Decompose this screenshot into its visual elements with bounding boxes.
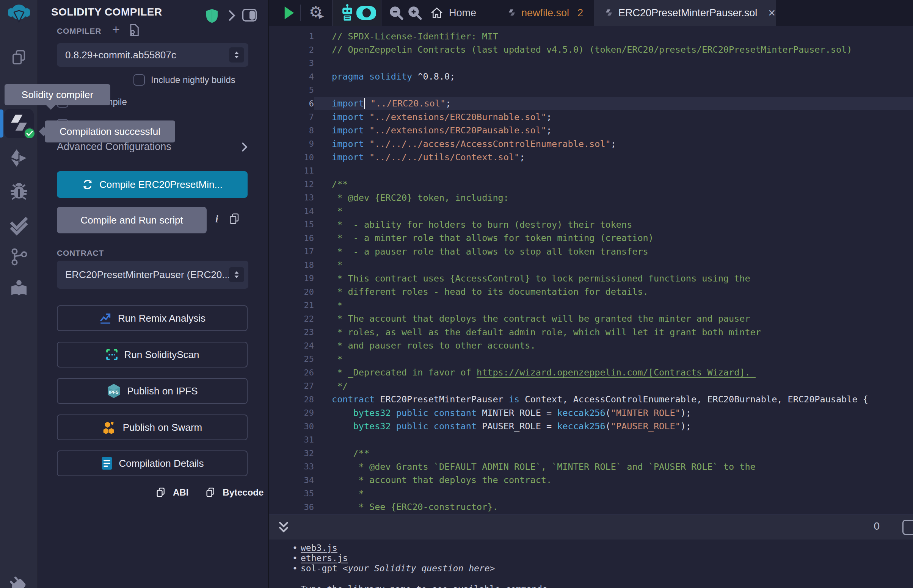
line-number: 22 [269, 314, 314, 323]
code-line[interactable]: 14 * [269, 205, 913, 218]
info-icon[interactable]: i [215, 213, 219, 225]
terminal-line-library: •web3.js [269, 543, 913, 553]
compiler-version-select[interactable]: 0.8.29+commit.ab55807c [57, 43, 248, 67]
run-script-play-icon[interactable] [283, 6, 295, 20]
code-line[interactable]: 24 * and pauser roles to other accounts. [269, 339, 913, 353]
terminal-checkbox-cutoff[interactable] [902, 520, 913, 535]
copy-bytecode-icon[interactable] [205, 486, 216, 499]
tab-newfile[interactable]: newfile.sol 2 [508, 0, 583, 26]
collapse-terminal-icon[interactable] [277, 519, 290, 535]
code-line[interactable]: 34 * account that deploys the contract. [269, 473, 913, 487]
code-line[interactable]: 22 * The account that deploys the contra… [269, 312, 913, 326]
code-line[interactable]: 10import "../../../utils/Context.sol"; [269, 151, 913, 165]
code-line[interactable]: 35 * [269, 487, 913, 501]
solidityscan-icon [105, 348, 118, 361]
code-line[interactable]: 11 [269, 164, 913, 178]
analysis-chart-icon [99, 312, 112, 325]
zoom-in-icon[interactable] [407, 5, 423, 21]
contract-select-value: ERC20PresetMinterPauser (ERC20... [57, 269, 248, 281]
tab-home[interactable]: Home [430, 0, 476, 26]
line-number: 23 [269, 327, 314, 337]
compiler-section-label: COMPILER [57, 26, 101, 36]
shield-icon[interactable] [205, 8, 219, 24]
add-custom-compiler-icon[interactable]: + [112, 22, 120, 37]
code-line[interactable]: 26 * _Deprecated in favor of https://wiz… [269, 366, 913, 380]
code-line[interactable]: 32 /** [269, 447, 913, 460]
code-line[interactable]: 12/** [269, 178, 913, 191]
remixai-robot-icon[interactable] [339, 4, 355, 22]
copy-abi-icon[interactable] [155, 486, 166, 499]
abi-label[interactable]: ABI [173, 487, 188, 498]
git-icon[interactable] [0, 247, 38, 266]
zoom-out-icon[interactable] [389, 5, 404, 21]
code-line[interactable]: 36 * See {ERC20-constructor}. [269, 501, 913, 514]
publish-on-swarm-button[interactable]: Publish on Swarm [57, 415, 248, 440]
file-explorer-icon[interactable] [0, 48, 38, 66]
compile-button-label: Compile ERC20PresetMin... [99, 179, 223, 191]
code-line[interactable]: 9import "../../../access/AccessControlEn… [269, 137, 913, 151]
code-line[interactable]: 18 * [269, 258, 913, 272]
library-link[interactable]: ethers.js [301, 553, 348, 563]
code-line[interactable]: 27 */ [269, 379, 913, 393]
code-line[interactable]: 1// SPDX-License-Identifier: MIT [269, 29, 913, 43]
code-line[interactable]: 4pragma solidity ^0.8.0; [269, 70, 913, 84]
line-number: 25 [269, 354, 314, 364]
line-number: 13 [269, 193, 314, 202]
code-line[interactable]: 30 bytes32 public constant PAUSER_ROLE =… [269, 420, 913, 433]
learneth-icon[interactable] [0, 279, 38, 299]
copilot-toggle-icon[interactable] [356, 6, 376, 20]
terminal-output[interactable]: •web3.js•ethers.js • sol-gpt <your Solid… [269, 540, 913, 588]
compilation-details-button[interactable]: Compilation Details [57, 451, 248, 476]
code-line[interactable]: 20 * different roles - head to its docum… [269, 285, 913, 299]
code-content: 1// SPDX-License-Identifier: MIT2// Open… [269, 29, 913, 514]
code-line[interactable]: 28contract ERC20PresetMinterPauser is Co… [269, 393, 913, 407]
code-line[interactable]: 16 * - a minter role that allows for tok… [269, 231, 913, 245]
unit-testing-icon[interactable] [0, 216, 38, 236]
code-line[interactable]: 7import "../extensions/ERC20Burnable.sol… [269, 110, 913, 124]
code-line[interactable]: 2// OpenZeppelin Contracts (last updated… [269, 43, 913, 57]
compile-and-run-button[interactable]: Compile and Run script [57, 207, 207, 233]
line-number: 33 [269, 462, 314, 471]
deploy-and-run-icon[interactable] [0, 148, 38, 168]
publish-on-ipfs-button[interactable]: IPFS Publish on IPFS [57, 378, 248, 404]
code-line[interactable]: 21 * [269, 299, 913, 312]
bytecode-label[interactable]: Bytecode [223, 487, 264, 498]
compiler-license-icon[interactable] [128, 24, 139, 36]
tab-erc20presetminterpauser[interactable]: ERC20PresetMinterPauser.sol ✕ [594, 0, 776, 26]
code-line[interactable]: 6import "../ERC20.sol"; [269, 97, 913, 111]
tab-close-icon[interactable]: ✕ [768, 8, 776, 19]
contract-select[interactable]: ERC20PresetMinterPauser (ERC20... [57, 261, 248, 289]
run-solidityscan-button[interactable]: Run SolidityScan [57, 342, 248, 367]
code-line[interactable]: 13 * @dev {ERC20} token, including: [269, 191, 913, 205]
debugger-icon[interactable] [0, 182, 38, 202]
code-line[interactable]: 23 * roles, as well as the default admin… [269, 325, 913, 339]
library-link[interactable]: web3.js [301, 543, 337, 553]
line-number: 1 [269, 31, 314, 41]
run-remix-analysis-button[interactable]: Run Remix Analysis [57, 305, 248, 331]
solidity-file-icon [508, 8, 516, 18]
advanced-configurations[interactable]: Advanced Configurations [57, 141, 248, 153]
copy-script-icon[interactable] [228, 212, 240, 226]
terminal-bar[interactable]: 0 [269, 515, 913, 540]
pin-panel-right-icon[interactable] [242, 8, 257, 22]
code-line[interactable]: 3 [269, 57, 913, 70]
code-line[interactable]: 19 * This contract uses {AccessControl} … [269, 271, 913, 285]
code-line[interactable]: 8import "../extensions/ERC20Pausable.sol… [269, 124, 913, 137]
code-line[interactable]: 5 [269, 83, 913, 97]
code-line[interactable]: 15 * - ability for holders to burn (dest… [269, 218, 913, 231]
code-line[interactable]: 25 * [269, 352, 913, 366]
run-solidityscan-label: Run SolidityScan [125, 349, 199, 361]
code-editor[interactable]: 1// SPDX-License-Identifier: MIT2// Open… [269, 26, 913, 515]
line-number: 5 [269, 85, 314, 95]
code-line[interactable]: 31 [269, 433, 913, 447]
code-line[interactable]: 17 * - a pauser role that allows to stop… [269, 245, 913, 258]
plugin-manager-icon[interactable] [0, 573, 38, 588]
code-line[interactable]: 33 * @dev Grants `DEFAULT_ADMIN_ROLE`, `… [269, 460, 913, 473]
remix-logo-icon[interactable] [0, 4, 38, 24]
code-line[interactable]: 29 bytes32 public constant MINTER_ROLE =… [269, 406, 913, 420]
nightly-builds-checkbox[interactable] [133, 74, 145, 86]
terminal-line-library: •ethers.js [269, 553, 913, 563]
chevron-right-icon[interactable] [227, 10, 236, 21]
script-config-gear-icon[interactable]: ⚙▶ [309, 3, 323, 21]
compile-button[interactable]: Compile ERC20PresetMin... [57, 171, 248, 198]
